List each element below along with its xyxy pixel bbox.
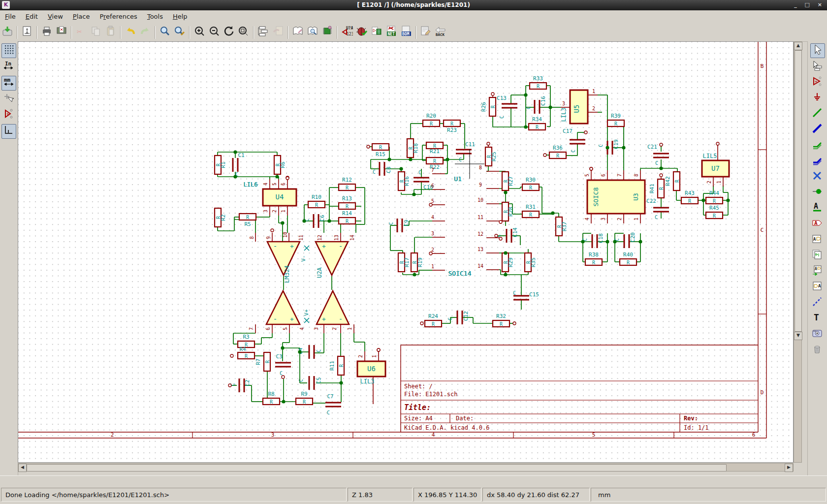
resistor-R20[interactable]: RR20: [423, 113, 440, 126]
resistor-R37[interactable]: RR37: [556, 217, 568, 236]
hv-orientation-button[interactable]: [1, 124, 16, 139]
resistor-R44[interactable]: RR44: [706, 190, 723, 204]
resistor-R14[interactable]: RR14: [339, 210, 355, 224]
menu-preferences[interactable]: Preferences: [95, 10, 142, 23]
window-titlebar[interactable]: K [ E1201 /] (/home/sparkles/E1201) _ □ …: [0, 0, 827, 10]
resistor-R34[interactable]: RR34: [529, 116, 545, 130]
resistor-R25[interactable]: RR25: [485, 147, 497, 166]
zoom-in-button[interactable]: [192, 25, 206, 39]
resistor-R6[interactable]: RR6: [274, 156, 286, 174]
library-browser-button[interactable]: [306, 25, 319, 39]
hidden-pins-button[interactable]: +: [1, 108, 15, 122]
vscroll-thumb[interactable]: [795, 50, 802, 332]
plot-button[interactable]: [55, 25, 68, 39]
print-button[interactable]: [40, 25, 54, 39]
place-sheet-button[interactable]: [810, 249, 824, 263]
capacitor-C22[interactable]: C22C: [646, 198, 658, 220]
resistor-R29[interactable]: RR29: [502, 253, 514, 272]
bom-button[interactable]: BOM: [399, 25, 413, 39]
place-graphic-line-button[interactable]: [810, 296, 824, 310]
capacitor-C6[interactable]: C6C: [304, 215, 325, 221]
resistor-R9[interactable]: RR9: [296, 391, 313, 405]
schematic-canvas[interactable]: RR1RR2RR3RR4RR5RR6RR7RR8RR9RR10RR11RR12R…: [18, 41, 794, 463]
resistor-R24[interactable]: RR24: [425, 313, 442, 327]
place-global-label-button[interactable]: A: [810, 218, 824, 231]
hscroll-thumb[interactable]: [27, 464, 727, 472]
zoom-out-button[interactable]: [207, 25, 221, 39]
menu-file[interactable]: File: [0, 10, 21, 23]
resistor-R23[interactable]: RR23: [444, 120, 460, 133]
resistor-R22[interactable]: RR22: [426, 158, 443, 170]
resistor-R10[interactable]: RR10: [308, 194, 325, 208]
redraw-button[interactable]: [222, 25, 236, 39]
run-cvpcb-button[interactable]: [370, 25, 383, 39]
place-power-port-button[interactable]: [810, 92, 824, 105]
place-image-button[interactable]: [810, 328, 824, 342]
menu-view[interactable]: View: [43, 10, 68, 23]
backannotate-button[interactable]: BACK: [434, 25, 447, 39]
resistor-R33[interactable]: RR33: [530, 75, 546, 89]
resistor-R40[interactable]: RR40: [620, 252, 636, 265]
undo-button[interactable]: [124, 25, 137, 39]
resistor-R16[interactable]: RR16: [398, 172, 410, 190]
resistor-R5[interactable]: RR5: [239, 214, 256, 227]
netlist-button[interactable]: NET: [384, 25, 398, 39]
ic-U5[interactable]: U5LIL3312: [560, 89, 595, 124]
cursor-shape-button[interactable]: [1, 93, 15, 106]
scroll-up-arrow[interactable]: ▲: [794, 42, 802, 50]
resistor-R39[interactable]: RR39: [607, 113, 624, 126]
footprint-editor-button[interactable]: [320, 25, 334, 39]
place-net-label-button[interactable]: A: [810, 202, 824, 216]
bus-to-bus-entry-button[interactable]: [810, 155, 824, 168]
resistor-R32[interactable]: RR32: [493, 313, 509, 327]
window-controls[interactable]: _ □ ×: [794, 1, 825, 8]
capacitor-C2[interactable]: C2C: [230, 379, 251, 386]
resistor-R7[interactable]: RR7: [255, 352, 270, 371]
capacitor-C7[interactable]: C7C: [327, 393, 334, 415]
no-connect-flag-button[interactable]: [810, 170, 824, 184]
resistor-R2[interactable]: RR2: [215, 208, 226, 227]
resistor-R17[interactable]: RR17: [398, 253, 410, 272]
import-sheet-pin-button[interactable]: A: [810, 265, 824, 279]
annotate-button[interactable]: U?A123: [340, 25, 354, 39]
resistor-R11[interactable]: RR11: [329, 356, 344, 375]
horizontal-scrollbar[interactable]: ◀ ▶: [18, 463, 794, 472]
capacitor-C18[interactable]: C18C: [582, 233, 604, 243]
menu-tools[interactable]: Tools: [142, 10, 168, 23]
hierarchy-select-button[interactable]: [810, 60, 824, 74]
units-inch-button[interactable]: In: [1, 60, 15, 74]
capacitor-C13[interactable]: C13C: [497, 95, 507, 119]
resistor-R38[interactable]: RR38: [585, 252, 602, 265]
capacitor-C8[interactable]: C8C: [373, 166, 392, 175]
capacitor-C21[interactable]: C21C: [647, 144, 658, 166]
zoom-fit-button[interactable]: [237, 25, 251, 39]
pointer-button[interactable]: [810, 43, 825, 58]
place-bus-button[interactable]: [810, 123, 824, 137]
capacitor-C9[interactable]: C9C: [388, 220, 410, 226]
save-button[interactable]: [0, 25, 14, 39]
place-hierarchical-label-button[interactable]: A: [810, 233, 824, 247]
ic-U6[interactable]: U6LIL321: [357, 348, 385, 385]
scroll-right-arrow[interactable]: ▶: [785, 464, 793, 472]
resistor-R21[interactable]: RR21: [426, 142, 443, 155]
resistor-R45[interactable]: RR45: [706, 205, 723, 219]
run-pcbnew-button[interactable]: [419, 25, 433, 39]
place-component-button[interactable]: +: [810, 76, 824, 90]
resistor-R3[interactable]: RR3: [238, 334, 254, 347]
resistor-R36[interactable]: RR36: [549, 145, 566, 158]
ic-U3[interactable]: SOIC8U356784321: [584, 167, 645, 220]
resistor-R42[interactable]: RR42: [665, 172, 680, 190]
place-wire-button[interactable]: [810, 107, 824, 121]
resistor-R27[interactable]: RR27: [502, 172, 514, 190]
scroll-down-arrow[interactable]: ▼: [794, 332, 802, 340]
wire-to-bus-entry-button[interactable]: [810, 139, 824, 153]
grid-toggle-button[interactable]: [1, 43, 16, 58]
ic-U7[interactable]: U7LIL521: [702, 153, 729, 184]
resistor-R1[interactable]: RR1: [215, 156, 226, 174]
library-editor-button[interactable]: [291, 25, 305, 39]
place-text-button[interactable]: T: [810, 312, 824, 326]
place-sheet-pin-button[interactable]: A: [810, 281, 824, 294]
resistor-R8[interactable]: RR8: [263, 391, 280, 405]
units-mm-button[interactable]: mm: [1, 76, 16, 91]
resistor-R31[interactable]: RR31: [522, 204, 539, 218]
